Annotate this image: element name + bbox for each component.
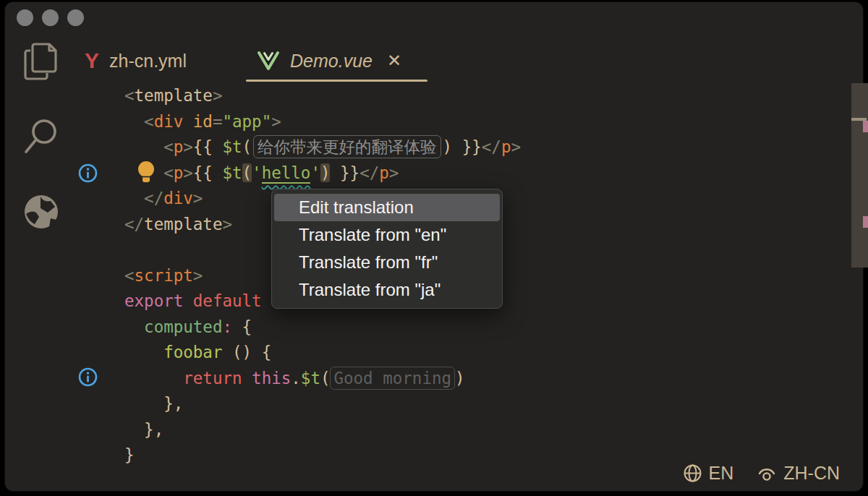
tab-label: zh-cn.yml [109,51,187,72]
code-line: <p>{{ $t(给你带来更好的翻译体验) }}</p> [124,134,521,161]
status-locale-label: ZH-CN [783,463,840,484]
overview-ruler-mark [863,216,868,228]
menu-item[interactable]: Translate from "ja" [274,276,500,304]
status-bar: EN ZH-CN [683,463,841,484]
lightbulb-icon[interactable] [136,161,156,185]
tab-demo-vue[interactable]: Demo.vue ✕ [257,46,401,76]
editor-window: Y zh-cn.yml Demo.vue ✕ <template> <div i… [4,1,864,492]
code-line: <div id="app"> [124,109,521,135]
info-icon [78,367,98,387]
watch-locale-icon [757,464,777,483]
menu-item[interactable]: Edit translation [274,194,500,221]
status-display-locale[interactable]: ZH-CN [757,463,840,484]
code-line: <template> [124,83,521,109]
status-locale-label: EN [709,463,734,484]
globe-icon [683,463,702,483]
menu-item[interactable]: Translate from "fr" [274,249,500,276]
code-line: computed: { [124,315,521,341]
sidebar-item-explorer[interactable] [22,41,60,82]
close-button[interactable] [17,9,33,26]
zoom-button[interactable] [67,9,84,26]
code-line: }, [124,417,521,443]
menu-item[interactable]: Translate from "en" [274,221,500,249]
code-line: return this.$t(Good morning) [124,366,521,392]
code-line: } [124,442,521,469]
code-line: <p>{{ $t('hello') }}</p> [124,161,521,187]
active-tab-indicator [246,80,427,82]
info-icon [78,163,98,183]
files-icon [23,40,59,82]
context-menu: Edit translationTranslate from "en"Trans… [271,189,503,309]
code-line: }, [124,391,521,417]
window-controls [17,9,84,26]
vue-icon [257,51,280,71]
tab-label: Demo.vue [290,51,373,72]
scrollbar-thumb[interactable] [851,83,868,268]
search-icon [23,117,59,159]
code-line: foobar () { [124,340,521,366]
tab-zh-cn-yml[interactable]: Y zh-cn.yml [85,46,187,76]
sidebar-item-search[interactable] [22,118,60,158]
sidebar-item-i18n[interactable] [22,192,60,232]
status-source-locale[interactable]: EN [683,463,734,484]
close-tab-icon[interactable]: ✕ [387,51,401,71]
overview-ruler-mark [863,121,868,132]
minimize-button[interactable] [42,9,59,26]
yaml-icon: Y [85,48,99,73]
globe-icon [23,194,59,230]
